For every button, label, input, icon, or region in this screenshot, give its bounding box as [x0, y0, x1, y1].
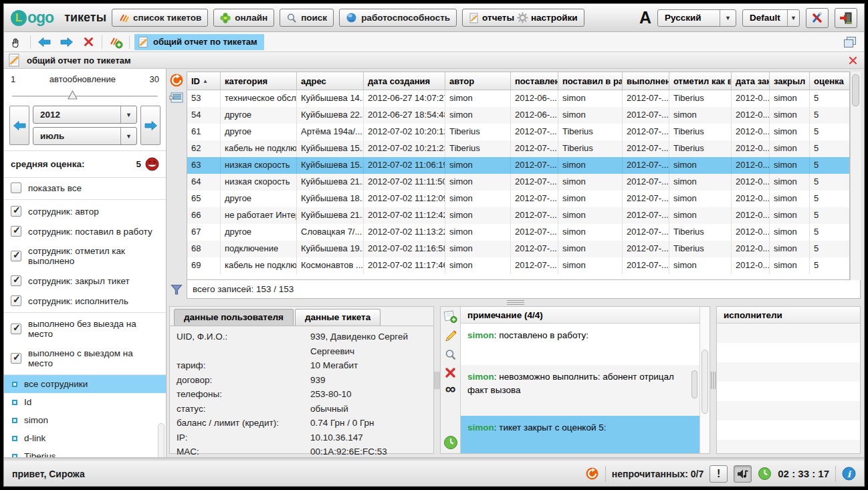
logout-button[interactable] [835, 8, 857, 28]
employee-list-scrollbar[interactable] [158, 423, 165, 457]
tab-general-report[interactable]: общий отчет по тикетам [134, 34, 264, 50]
alerts-button[interactable]: ! [710, 465, 728, 483]
reports-menu-item[interactable]: отчеты [482, 13, 514, 23]
refresh-button[interactable] [169, 73, 184, 88]
admin-tools-button[interactable] [806, 8, 829, 28]
scrollbar-thumb[interactable] [852, 74, 859, 106]
language-select[interactable]: Русский ▼ [657, 9, 736, 27]
checkbox-staff-filter[interactable]: сотрудник: поставил в работу [4, 221, 166, 241]
table-row[interactable]: 69 кабель не подклю... Космонавтов ... 2… [187, 257, 849, 274]
column-header-assigned[interactable]: поставлен [511, 72, 558, 90]
table-row[interactable]: 65 другое Куйбышева 18... 2012-07-02 11:… [187, 191, 849, 207]
cell-assigned-by: Tiberius [558, 124, 623, 140]
checkbox[interactable] [11, 251, 21, 261]
checkbox[interactable] [11, 206, 21, 217]
sound-toggle-button[interactable] [734, 465, 752, 483]
column-header-done[interactable]: выполнено [623, 72, 669, 90]
forward-arrow-button[interactable] [58, 34, 75, 50]
delete-note-button[interactable] [445, 367, 456, 378]
tickets-list-button[interactable]: список тикетов [112, 9, 208, 27]
checkbox-show-all[interactable]: показать все [4, 178, 166, 198]
autorefresh-slider[interactable] [12, 90, 158, 100]
month-select[interactable]: июль ▼ [33, 127, 137, 145]
refresh-status-button[interactable] [585, 467, 599, 481]
table-row[interactable]: 64 низкая скорость Куйбышева 21... 2012-… [187, 174, 849, 191]
table-row[interactable]: 53 техническое обслу... Куйбышева 14... … [187, 90, 849, 107]
scrollbar-thumb[interactable] [691, 370, 697, 398]
checkbox-done-filter[interactable]: выполнено без выезда на место [4, 314, 166, 344]
vertical-splitter[interactable] [434, 306, 440, 454]
search-note-button[interactable] [445, 349, 457, 361]
search-button[interactable]: поиск [280, 9, 334, 27]
checkbox[interactable] [11, 353, 21, 364]
checkbox[interactable] [11, 275, 21, 286]
column-header-marked-by[interactable]: отметил как вы [669, 72, 732, 90]
employee-item[interactable]: Id [4, 393, 166, 411]
close-tab-button[interactable] [80, 34, 97, 50]
table-row[interactable]: 67 другое Словацкая 7/... 2012-07-02 11:… [187, 224, 849, 241]
checkbox-staff-filter[interactable]: сотрудник: отметил как выполнено [4, 241, 166, 271]
next-month-button[interactable] [140, 106, 160, 145]
table-row[interactable]: 63 низкая скорость Куйбышева 15... 2012-… [187, 157, 849, 174]
checkbox[interactable] [11, 295, 21, 306]
tab-user-data[interactable]: данные пользователя [174, 309, 294, 326]
online-button[interactable]: онлайн [213, 9, 274, 27]
vertical-splitter[interactable] [710, 306, 716, 454]
edit-note-button[interactable] [444, 330, 457, 343]
export-list-button[interactable] [169, 92, 184, 104]
table-row[interactable]: 61 другое Артёма 194а/... 2012-07-02 10:… [187, 124, 849, 140]
checkbox[interactable] [11, 226, 21, 237]
tab-ticket-data[interactable]: данные тикета [295, 309, 381, 326]
employee-item[interactable]: simon [4, 411, 166, 429]
column-header-address[interactable]: адрес [297, 72, 364, 90]
history-clock-button[interactable] [443, 435, 458, 450]
pan-hand-button[interactable] [8, 34, 25, 50]
note-item[interactable]: simon: тикет закрыт с оценкой 5: [461, 416, 699, 453]
slider-thumb[interactable] [68, 90, 78, 100]
column-header-author[interactable]: автор [445, 72, 511, 90]
checkbox[interactable] [11, 182, 21, 193]
notes-scrollbar[interactable] [699, 307, 710, 453]
checkbox-staff-filter[interactable]: сотрудник: исполнитель [4, 291, 166, 311]
employee-item[interactable]: все сотрудники [4, 375, 166, 393]
checkbox[interactable] [11, 324, 21, 334]
table-row[interactable]: 54 другое Куйбышева 22... 2012-06-27 18:… [187, 107, 849, 124]
prev-month-button[interactable] [9, 106, 29, 145]
add-note-button[interactable] [443, 310, 458, 324]
employee-item[interactable]: d-link [4, 429, 166, 447]
column-header-closed-by[interactable]: закрыл [770, 72, 810, 90]
info-button[interactable]: i [842, 467, 856, 481]
year-select[interactable]: 2012 ▼ [33, 106, 137, 124]
note-item[interactable]: simon: невозможно выполнить: абонент отр… [461, 365, 699, 416]
checkbox-done-filter[interactable]: выполнено с выездом на место [4, 344, 166, 373]
theme-select[interactable]: Default ▼ [742, 9, 800, 27]
health-button[interactable]: работоспособность [339, 9, 457, 27]
cell-category: другое [221, 224, 297, 241]
column-header-closed-date[interactable]: дата зак [732, 72, 770, 90]
table-scrollbar[interactable] [850, 72, 861, 280]
table-row[interactable]: 62 кабель не подклю... Куйбышева 15... 2… [187, 140, 849, 157]
add-report-button[interactable] [107, 34, 124, 50]
settings-menu-item[interactable]: настройки [531, 13, 578, 23]
back-arrow-button[interactable] [35, 34, 53, 50]
scrollbar-thumb[interactable] [701, 350, 708, 414]
column-header-assigned-by[interactable]: поставил в ра [558, 72, 623, 90]
column-header-rating[interactable]: оценка [810, 72, 849, 90]
checkbox-staff-filter[interactable]: сотрудник: автор [4, 201, 166, 221]
horizontal-splitter[interactable] [167, 299, 864, 306]
table-row[interactable]: 68 подключение Куйбышева 19... 2012-07-0… [187, 241, 849, 257]
column-header-id[interactable]: ID▲ [187, 72, 221, 90]
employee-item[interactable]: Tiberius [4, 447, 166, 457]
column-header-created[interactable]: дата создания [364, 72, 445, 90]
checkbox-staff-filter[interactable]: сотрудник: закрыл тикет [4, 271, 166, 291]
filter-button[interactable] [167, 280, 187, 299]
field-row: тариф: 10 Мегабит [177, 358, 427, 373]
note-item[interactable]: simon: поставлено в работу: [461, 324, 699, 365]
splitter-grip-icon [711, 372, 716, 389]
cascade-windows-icon[interactable] [844, 37, 856, 47]
table-row[interactable]: 66 не работает Интер... Куйбышева 21... … [187, 207, 849, 224]
close-window-button[interactable] [849, 56, 857, 65]
infinity-button[interactable]: ∞ [445, 384, 456, 394]
column-header-category[interactable]: категория [221, 72, 297, 90]
font-size-button[interactable]: A [639, 9, 651, 26]
